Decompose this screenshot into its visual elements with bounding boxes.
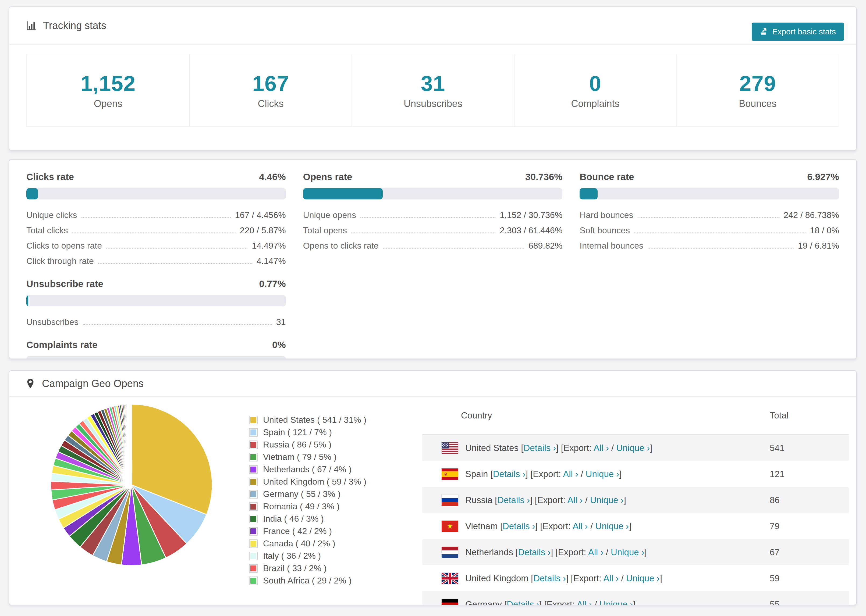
summary-stat-complaints: 0Complaints	[514, 54, 676, 126]
rate-progress-fill	[26, 188, 38, 200]
export-all-link[interactable]: All ›	[603, 573, 619, 583]
rate-detail-label: Total opens	[303, 225, 347, 237]
rate-detail-row: Unsubscribes31	[26, 313, 286, 329]
legend-label: Brazil ( 33 / 2% )	[263, 563, 327, 573]
rate-title-row: Clicks rate4.46%	[26, 170, 286, 183]
legend-swatch-color	[250, 541, 256, 547]
export-basic-stats-button[interactable]: Export basic stats	[752, 23, 844, 41]
export-unique-link[interactable]: Unique ›	[586, 469, 619, 479]
geo-pie-legend: United States ( 541 / 31% )Spain ( 121 /…	[249, 415, 366, 588]
legend-swatch-color	[250, 454, 256, 460]
rate-progress-bar	[26, 295, 286, 306]
geo-table: Country Total United States [Details ›] …	[422, 397, 849, 605]
rate-progress-bar	[579, 188, 839, 200]
geo-table-row-de: Germany [Details ›] [Export: All › / Uni…	[422, 591, 849, 605]
location-pin-icon	[25, 378, 36, 389]
legend-label: Canada ( 40 / 2% )	[263, 539, 335, 548]
summary-stat-label: Opens	[94, 98, 122, 109]
flag-es	[442, 468, 458, 480]
tracking-stats-title: Tracking stats	[43, 20, 106, 31]
details-link[interactable]: Details ›	[523, 443, 556, 453]
rate-block-complaints-rate: Complaints rate0%Complaints0	[26, 338, 286, 359]
summary-stat-clicks: 167Clicks	[189, 54, 352, 126]
geo-table-header-total: Total	[770, 410, 849, 421]
legend-label: Spain ( 121 / 7% )	[263, 427, 332, 437]
legend-swatch-color	[250, 491, 256, 497]
rate-progress-bar	[26, 356, 286, 359]
geo-row-total: 67	[770, 547, 849, 558]
geo-row-country-cell: United States [Details ›] [Export: All ›…	[422, 442, 770, 454]
legend-swatch	[249, 478, 258, 486]
details-link[interactable]: Details ›	[493, 469, 526, 479]
legend-swatch-color	[250, 417, 256, 423]
legend-swatch	[249, 453, 258, 462]
details-link[interactable]: Details ›	[497, 495, 530, 505]
rate-value: 30.736%	[525, 171, 562, 182]
dotted-leader	[83, 324, 272, 325]
export-unique-link[interactable]: Unique ›	[595, 521, 629, 531]
legend-swatch	[249, 527, 258, 536]
rate-detail-label: Total clicks	[26, 225, 68, 237]
legend-label: South Africa ( 29 / 2% )	[263, 576, 351, 586]
flag-nl	[442, 547, 458, 558]
export-unique-link[interactable]: Unique ›	[611, 547, 644, 557]
rate-value: 6.927%	[807, 171, 839, 182]
geo-table-header-country: Country	[422, 410, 770, 421]
legend-swatch	[249, 515, 258, 523]
country-name: Spain	[465, 469, 491, 479]
geo-row-country-cell: Spain [Details ›] [Export: All › / Uniqu…	[422, 468, 770, 480]
export-unique-link[interactable]: Unique ›	[590, 495, 624, 505]
export-all-link[interactable]: All ›	[594, 443, 609, 453]
details-link[interactable]: Details ›	[518, 547, 551, 557]
export-icon	[760, 27, 768, 36]
rate-detail-value: 19 / 6.81%	[798, 241, 839, 252]
export-all-link[interactable]: All ›	[576, 599, 592, 605]
summary-stat-unsubscribes: 31Unsubscribes	[351, 54, 514, 126]
export-unique-link[interactable]: Unique ›	[626, 573, 660, 583]
geo-row-total: 55	[770, 599, 849, 605]
export-all-link[interactable]: All ›	[588, 547, 603, 557]
country-name: Germany	[465, 599, 504, 605]
rate-detail-label: Internal bounces	[579, 241, 643, 252]
flag-gb	[442, 573, 458, 584]
geo-row-country-text: Spain [Details ›] [Export: All › / Uniqu…	[465, 469, 622, 479]
legend-item-united-states: United States ( 541 / 31% )	[249, 415, 366, 425]
export-all-link[interactable]: All ›	[573, 521, 588, 531]
rate-detail-label: Clicks to opens rate	[26, 241, 102, 252]
tracking-stats-card: Tracking stats Export basic stats 1,152O…	[9, 6, 857, 151]
rate-detail-label: Click through rate	[26, 256, 94, 268]
legend-label: Romania ( 49 / 3% )	[263, 501, 340, 511]
rate-detail-label: Soft bounces	[579, 225, 630, 237]
country-name: Vietnam	[465, 521, 500, 531]
geo-row-country-text: Germany [Details ›] [Export: All › / Uni…	[465, 599, 636, 605]
geo-table-row-gb: United Kingdom [Details ›] [Export: All …	[422, 565, 849, 591]
geo-row-country-text: Netherlands [Details ›] [Export: All › /…	[465, 547, 647, 558]
geo-table-row-es: Spain [Details ›] [Export: All › / Uniqu…	[422, 461, 849, 487]
legend-label: Italy ( 36 / 2% )	[263, 551, 321, 561]
rate-progress-bar	[303, 188, 563, 200]
summary-stat-value: 31	[421, 71, 446, 96]
dotted-leader	[638, 217, 779, 218]
export-unique-link[interactable]: Unique ›	[616, 443, 650, 453]
rate-detail-value: 4.147%	[257, 256, 286, 268]
country-name: Russia	[465, 495, 495, 505]
export-all-link[interactable]: All ›	[567, 495, 583, 505]
details-link[interactable]: Details ›	[507, 599, 539, 605]
summary-stat-value: 0	[589, 71, 601, 96]
rate-detail-label: Hard bounces	[579, 210, 633, 222]
legend-item-south-africa: South Africa ( 29 / 2% )	[249, 576, 366, 586]
country-name: United Kingdom	[465, 573, 531, 583]
legend-swatch-color	[250, 442, 256, 448]
rates-grid: Clicks rate4.46%Unique clicks167 / 4.456…	[26, 170, 839, 359]
details-link[interactable]: Details ›	[503, 521, 535, 531]
export-all-link[interactable]: All ›	[563, 469, 578, 479]
rate-detail-row: Unique opens1,152 / 30.736%	[303, 206, 563, 222]
export-unique-link[interactable]: Unique ›	[600, 599, 633, 605]
legend-item-vietnam: Vietnam ( 79 / 5% )	[249, 452, 366, 462]
dotted-leader	[98, 263, 252, 264]
details-link[interactable]: Details ›	[533, 573, 566, 583]
legend-swatch	[249, 440, 258, 449]
legend-swatch-color	[250, 553, 256, 559]
legend-item-canada: Canada ( 40 / 2% )	[249, 539, 366, 548]
rates-card: Clicks rate4.46%Unique clicks167 / 4.456…	[9, 159, 857, 359]
